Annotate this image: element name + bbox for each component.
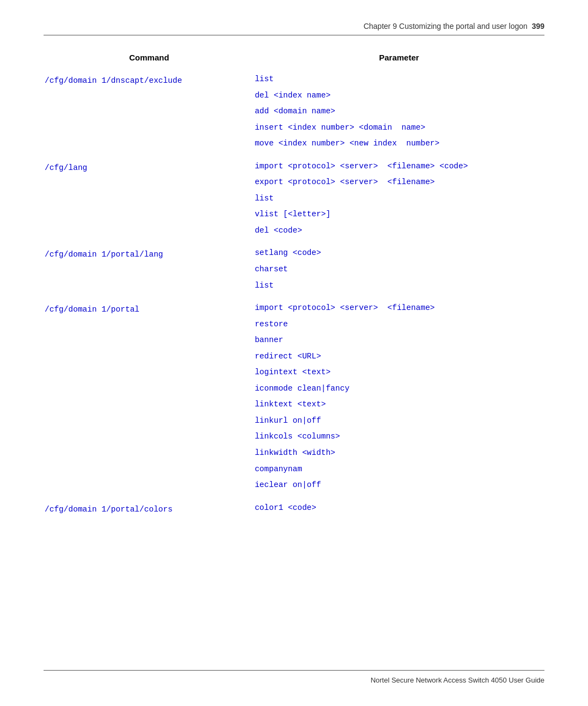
param-cell: add <domain name> (255, 104, 543, 119)
param-cell: restore (255, 317, 543, 332)
param-cell: del <index name> (255, 88, 543, 104)
command-text: /cfg/domain 1/portal/colors (45, 503, 243, 514)
param-cell: charset (255, 262, 543, 277)
page: Chapter 9 Customizing the portal and use… (0, 0, 588, 706)
page-footer: Nortel Secure Network Access Switch 4050… (44, 670, 544, 684)
param-cell: del <code> (255, 223, 543, 239)
command-text: /cfg/lang (45, 161, 243, 172)
param-cell: list (255, 191, 543, 206)
param-text: vlist [<letter>] (255, 207, 543, 222)
param-cell: vlist [<letter>] (255, 207, 543, 222)
table-row: /cfg/domain 1/portalimport <protocol> <s… (45, 301, 543, 316)
table-row: /cfg/domain 1/dnscapt/excludelist (45, 72, 543, 87)
param-cell: move <index number> <new index number> (255, 136, 543, 151)
param-cell: color1 <code> (255, 501, 543, 516)
command-text: /cfg/domain 1/portal (45, 303, 243, 314)
command-cell: /cfg/domain 1/portal/lang (45, 246, 254, 293)
param-cell: export <protocol> <server> <filename> (255, 175, 543, 190)
param-cell: insert <index number> <domain name> (255, 120, 543, 136)
command-cell: /cfg/domain 1/dnscapt/exclude (45, 72, 254, 151)
param-cell: list (255, 72, 543, 87)
command-text: /cfg/domain 1/dnscapt/exclude (45, 74, 243, 85)
param-text: list (255, 191, 543, 206)
param-text: companynam (255, 462, 543, 477)
param-text: list (255, 72, 543, 87)
param-text: linkurl on|off (255, 413, 543, 429)
table-row: /cfg/domain 1/portal/langsetlang <code> (45, 246, 543, 261)
param-text: linkcols <columns> (255, 429, 543, 445)
param-cell: import <protocol> <server> <filename> (255, 301, 543, 316)
param-text: linkwidth <width> (255, 446, 543, 461)
command-cell: /cfg/lang (45, 159, 254, 239)
command-column-header: Command (45, 53, 254, 71)
param-text: banner (255, 333, 543, 348)
content-table: Command Parameter /cfg/domain 1/dnscapt/… (44, 52, 544, 516)
param-text: ieclear on|off (255, 478, 543, 493)
param-text: del <code> (255, 223, 543, 239)
param-cell: companynam (255, 462, 543, 477)
param-text: color1 <code> (255, 501, 543, 516)
param-text: add <domain name> (255, 104, 543, 119)
spacer-row (45, 239, 543, 245)
param-cell: linkcols <columns> (255, 429, 543, 445)
command-cell: /cfg/domain 1/portal/colors (45, 501, 254, 516)
spacer-row (45, 294, 543, 300)
param-cell: import <protocol> <server> <filename> <c… (255, 159, 543, 174)
param-cell: setlang <code> (255, 246, 543, 261)
param-text: list (255, 278, 543, 294)
command-cell: /cfg/domain 1/portal (45, 301, 254, 493)
param-text: import <protocol> <server> <filename> <c… (255, 159, 543, 174)
param-cell: iconmode clean|fancy (255, 381, 543, 397)
param-text: del <index name> (255, 88, 543, 104)
table-row: /cfg/langimport <protocol> <server> <fil… (45, 159, 543, 174)
param-text: insert <index number> <domain name> (255, 120, 543, 136)
footer-text: Nortel Secure Network Access Switch 4050… (371, 676, 544, 684)
param-cell: linktext <text> (255, 397, 543, 412)
param-cell: banner (255, 333, 543, 348)
table-row: /cfg/domain 1/portal/colorscolor1 <code> (45, 501, 543, 516)
parameter-column-header: Parameter (255, 53, 543, 71)
param-text: linktext <text> (255, 397, 543, 412)
command-text: /cfg/domain 1/portal/lang (45, 248, 243, 259)
param-text: move <index number> <new index number> (255, 136, 543, 151)
param-cell: redirect <URL> (255, 349, 543, 364)
chapter-text: Chapter 9 Customizing the portal and use… (364, 22, 528, 31)
page-header: Chapter 9 Customizing the portal and use… (44, 22, 544, 35)
param-cell: linkurl on|off (255, 413, 543, 429)
param-cell: logintext <text> (255, 365, 543, 380)
param-text: iconmode clean|fancy (255, 381, 543, 397)
param-text: export <protocol> <server> <filename> (255, 175, 543, 190)
param-cell: linkwidth <width> (255, 446, 543, 461)
param-text: logintext <text> (255, 365, 543, 380)
param-text: setlang <code> (255, 246, 543, 261)
param-text: import <protocol> <server> <filename> (255, 301, 543, 316)
param-text: charset (255, 262, 543, 277)
spacer-row (45, 494, 543, 500)
page-number: 399 (532, 22, 544, 31)
spacer-row (45, 153, 543, 158)
param-text: restore (255, 317, 543, 332)
param-text: redirect <URL> (255, 349, 543, 364)
param-cell: ieclear on|off (255, 478, 543, 493)
param-cell: list (255, 278, 543, 294)
